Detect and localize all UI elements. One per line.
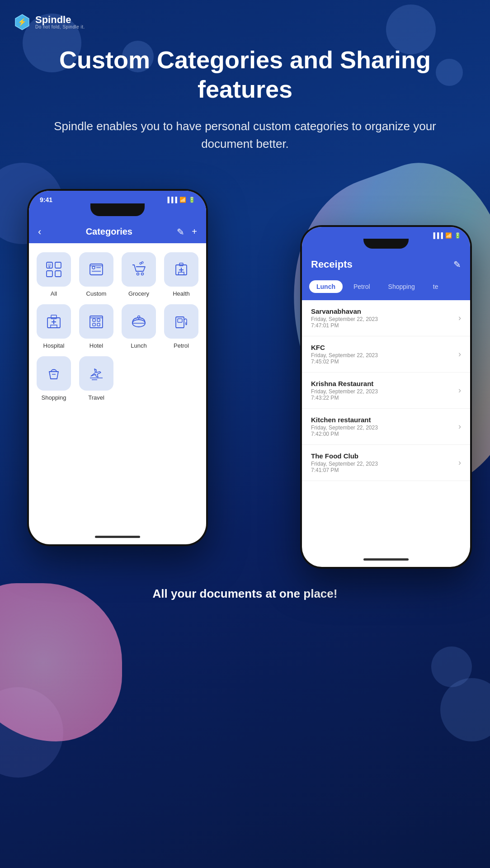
category-custom[interactable]: Custom <box>79 252 114 297</box>
lunch-icon <box>129 311 149 331</box>
svg-rect-29 <box>93 323 95 326</box>
svg-rect-17 <box>179 263 183 266</box>
svg-rect-25 <box>51 325 57 328</box>
svg-rect-28 <box>97 319 100 321</box>
category-health-icon-box <box>164 252 198 287</box>
receipt-date-1: Friday, September 22, 2023 7:47:01 PM <box>311 316 458 329</box>
svg-point-34 <box>138 316 140 318</box>
page-subtext: Spindle enables you to have personal cus… <box>0 118 490 153</box>
category-custom-icon-box <box>79 252 113 287</box>
category-all[interactable]: All <box>36 252 71 297</box>
status-bar-left: 9:41 ▐▐▐ 📶 🔋 <box>29 191 206 203</box>
shopping-icon <box>44 363 64 383</box>
categories-grid: All Custom <box>29 243 206 410</box>
receipt-arrow-1: › <box>458 313 461 323</box>
category-travel-label: Travel <box>88 394 104 401</box>
tab-lunch[interactable]: Lunch <box>309 280 343 293</box>
add-icon[interactable]: + <box>192 226 197 237</box>
category-hotel[interactable]: Hotel <box>79 304 114 349</box>
main-content: Custom Categories and Sharing features S… <box>0 0 490 628</box>
hospital-icon <box>44 311 64 331</box>
category-lunch-label: Lunch <box>131 342 146 349</box>
phone-left: 9:41 ▐▐▐ 📶 🔋 ‹ Categories ✎ <box>27 189 208 546</box>
receipt-date-4: Friday, September 22, 2023 7:42:00 PM <box>311 425 458 437</box>
phone-left-screen: 9:41 ▐▐▐ 📶 🔋 ‹ Categories ✎ <box>29 191 206 544</box>
hotel-icon <box>86 311 106 331</box>
phones-container: 9:41 ▐▐▐ 📶 🔋 ‹ Categories ✎ <box>0 180 490 560</box>
category-petrol-label: Petrol <box>174 342 189 349</box>
category-grocery[interactable]: Grocery <box>121 252 156 297</box>
receipt-arrow-2: › <box>458 349 461 359</box>
category-health[interactable]: Health <box>164 252 199 297</box>
receipt-name-3: Krishna Restaurant <box>311 380 458 387</box>
filter-tabs: Lunch Petrol Shopping te <box>302 276 470 300</box>
battery-icon: 🔋 <box>188 197 195 203</box>
receipt-info-1: Sarvanabhavan Friday, September 22, 2023… <box>311 307 458 329</box>
svg-text:⚡: ⚡ <box>18 18 27 26</box>
receipts-title: Receipts <box>311 259 353 270</box>
svg-rect-20 <box>179 272 184 275</box>
category-grocery-icon-box <box>122 252 156 287</box>
receipt-info-4: Kitchen restaurant Friday, September 22,… <box>311 416 458 437</box>
category-hospital-label: Hospital <box>43 342 65 349</box>
category-lunch[interactable]: Lunch <box>121 304 156 349</box>
receipt-item-5[interactable]: The Food Club Friday, September 22, 2023… <box>302 445 470 481</box>
receipt-arrow-5: › <box>458 458 461 467</box>
all-icon <box>44 259 64 279</box>
status-bar-right: ▐▐▐ 📶 🔋 <box>302 227 470 239</box>
category-shopping-icon-box <box>37 356 71 391</box>
notch-left <box>90 203 145 216</box>
logo-text: Spindle Do not fold, Spindle it. <box>35 15 85 29</box>
receipt-name-4: Kitchen restaurant <box>311 416 458 424</box>
category-travel[interactable]: Travel <box>79 356 114 401</box>
receipt-name-5: The Food Club <box>311 452 458 460</box>
category-health-label: Health <box>173 290 190 297</box>
receipt-date-2: Friday, September 22, 2023 7:45:02 PM <box>311 352 458 365</box>
receipt-date-3: Friday, September 22, 2023 7:43:22 PM <box>311 388 458 401</box>
category-hospital[interactable]: Hospital <box>36 304 71 349</box>
receipts-header: Receipts ✎ <box>302 253 470 276</box>
edit-icon[interactable]: ✎ <box>177 226 184 237</box>
receipt-name-2: KFC <box>311 344 458 351</box>
header-actions: ✎ + <box>177 226 197 237</box>
notch-bar-right <box>302 239 470 253</box>
phone-right: ▐▐▐ 📶 🔋 Receipts ✎ Lunch Petrol <box>300 225 472 569</box>
category-shopping-label: Shopping <box>42 394 66 401</box>
bubble-decoration-8 <box>440 678 490 741</box>
receipts-edit-icon[interactable]: ✎ <box>453 259 461 270</box>
receipt-item-1[interactable]: Sarvanabhavan Friday, September 22, 2023… <box>302 300 470 336</box>
svg-rect-4 <box>55 262 61 268</box>
category-petrol[interactable]: Petrol <box>164 304 199 349</box>
svg-rect-37 <box>178 319 182 322</box>
category-all-label: All <box>51 290 57 297</box>
receipt-info-5: The Food Club Friday, September 22, 2023… <box>311 452 458 473</box>
svg-rect-5 <box>47 271 52 277</box>
receipt-item-3[interactable]: Krishna Restaurant Friday, September 22,… <box>302 373 470 409</box>
category-petrol-icon-box <box>164 304 198 339</box>
custom-icon <box>86 259 106 279</box>
receipt-item-4[interactable]: Kitchen restaurant Friday, September 22,… <box>302 409 470 445</box>
notch-bar-left <box>29 203 206 221</box>
tab-petrol[interactable]: Petrol <box>346 280 377 293</box>
category-shopping[interactable]: Shopping <box>36 356 71 401</box>
category-travel-icon-box <box>79 356 113 391</box>
tab-shopping[interactable]: Shopping <box>381 280 422 293</box>
back-button[interactable]: ‹ <box>38 226 41 238</box>
phone-right-screen: ▐▐▐ 📶 🔋 Receipts ✎ Lunch Petrol <box>302 227 470 567</box>
svg-rect-30 <box>97 323 100 326</box>
categories-header: ‹ Categories ✎ + <box>29 221 206 243</box>
wifi-icon-right: 📶 <box>445 232 452 239</box>
travel-icon <box>86 363 106 383</box>
tab-te[interactable]: te <box>426 280 446 293</box>
receipt-name-1: Sarvanabhavan <box>311 307 458 315</box>
category-custom-label: Custom <box>86 290 107 297</box>
health-icon <box>171 259 191 279</box>
page-headline: Custom Categories and Sharing features <box>0 45 490 104</box>
battery-icon-right: 🔋 <box>454 232 461 239</box>
petrol-icon <box>171 311 191 331</box>
svg-rect-27 <box>93 319 95 321</box>
receipt-arrow-3: › <box>458 386 461 395</box>
category-lunch-icon-box <box>122 304 156 339</box>
receipt-item-2[interactable]: KFC Friday, September 22, 2023 7:45:02 P… <box>302 336 470 373</box>
receipt-arrow-4: › <box>458 422 461 431</box>
